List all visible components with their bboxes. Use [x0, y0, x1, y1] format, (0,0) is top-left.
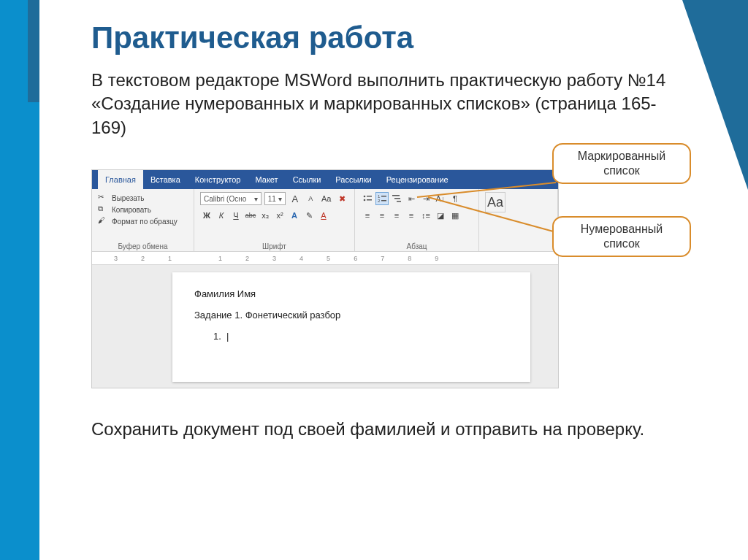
chevron-down-icon: ▾ [254, 195, 258, 203]
callout-bulleted: Маркированный список [552, 143, 691, 184]
format-painter-button[interactable]: 🖌Формат по образцу [98, 216, 188, 226]
align-left-button[interactable]: ≡ [361, 209, 374, 222]
text-effects-button[interactable]: A [288, 209, 301, 222]
doc-line-task: Задание 1. Фонетический разбор [194, 310, 508, 321]
doc-numbered-item: 1. | [213, 331, 508, 342]
group-font: Calibri (Осно▾ 11▾ A A Aa ✖ Ж К Ч abc x₂… [194, 189, 355, 251]
bold-button[interactable]: Ж [200, 209, 213, 222]
copy-icon: ⧉ [98, 204, 108, 215]
multilevel-list-icon [392, 193, 402, 204]
numbering-button[interactable]: 12 [375, 192, 389, 205]
font-name-value: Calibri (Осно [204, 195, 246, 203]
svg-rect-5 [381, 196, 386, 197]
callout-numbered: Нумерованный список [552, 216, 691, 257]
doc-line-name: Фамилия Имя [194, 288, 508, 299]
svg-point-0 [364, 196, 366, 198]
svg-rect-3 [367, 199, 372, 201]
copy-button[interactable]: ⧉Копировать [98, 204, 188, 215]
callout-numbered-text: Нумерованный список [581, 223, 663, 250]
svg-rect-7 [381, 200, 386, 202]
shrink-font-button[interactable]: A [305, 192, 318, 205]
font-size-value: 11 [268, 195, 276, 203]
ruler-tick: 1 [218, 255, 222, 262]
svg-rect-1 [367, 196, 372, 197]
tab-layout[interactable]: Макет [248, 170, 285, 189]
svg-rect-10 [397, 201, 401, 202]
clear-format-button[interactable]: ✖ [336, 192, 349, 205]
copy-label: Копировать [112, 206, 151, 214]
cut-button[interactable]: ✂Вырезать [98, 193, 188, 203]
superscript-button[interactable]: x² [273, 209, 286, 222]
ruler-tick: 2 [245, 255, 249, 262]
svg-rect-8 [392, 195, 400, 196]
svg-rect-9 [394, 198, 400, 199]
svg-text:2: 2 [378, 199, 381, 203]
ruler-tick: 3 [114, 255, 118, 262]
ruler: 3 2 1 1 2 3 4 5 6 7 8 9 [92, 252, 558, 265]
slide-title: Практическая работа [91, 20, 690, 55]
scissors-icon: ✂ [98, 193, 108, 203]
strike-button[interactable]: abc [244, 209, 257, 222]
page-area: Фамилия Имя Задание 1. Фонетический разб… [92, 265, 558, 388]
ruler-tick: 6 [354, 255, 357, 262]
align-right-button[interactable]: ≡ [390, 209, 403, 222]
ruler-tick: 2 [141, 255, 145, 262]
underline-button[interactable]: Ч [229, 209, 243, 222]
tab-home[interactable]: Главная [98, 170, 143, 189]
bullet-list-icon [362, 193, 373, 204]
para-group-label: Абзац [355, 242, 478, 250]
svg-point-2 [364, 199, 366, 202]
ruler-tick: 4 [299, 255, 303, 262]
number-list-icon: 12 [377, 193, 387, 204]
instruction-text: В текстовом редакторе MSWord выполнить п… [91, 69, 690, 139]
bullets-button[interactable] [361, 192, 374, 205]
left-accent-bottom [28, 102, 39, 560]
highlight-button[interactable]: ✎ [302, 209, 316, 222]
brush-icon: 🖌 [98, 216, 108, 226]
content-area: Практическая работа В текстовом редактор… [91, 20, 690, 139]
subscript-button[interactable]: x₂ [259, 209, 272, 222]
footer-text: Сохранить документ под своей фамилией и … [91, 418, 690, 441]
ruler-tick: 9 [435, 255, 438, 262]
font-group-label: Шрифт [194, 242, 354, 250]
ruler-tick: 8 [408, 255, 411, 262]
left-bar [0, 0, 28, 560]
font-size-select[interactable]: 11▾ [264, 192, 286, 205]
corner-wedge [682, 0, 748, 190]
ruler-tick: 3 [272, 255, 276, 262]
tab-design[interactable]: Конструктор [188, 170, 248, 189]
change-case-button[interactable]: Aa [320, 192, 333, 205]
text-cursor-icon: | [226, 331, 229, 342]
font-color-button[interactable]: A [317, 209, 330, 222]
clipboard-label: Буфер обмена [92, 242, 194, 250]
multilevel-button[interactable] [390, 192, 403, 205]
callout-bulleted-text: Маркированный список [578, 150, 665, 177]
ruler-tick: 7 [381, 255, 384, 262]
slide: Практическая работа В текстовом редактор… [0, 0, 748, 560]
group-clipboard: ✂Вырезать ⧉Копировать 🖌Формат по образцу… [92, 189, 194, 251]
paint-label: Формат по образцу [112, 218, 178, 226]
grow-font-button[interactable]: A [289, 192, 302, 205]
ruler-tick: 1 [168, 255, 172, 262]
italic-button[interactable]: К [215, 209, 228, 222]
ruler-tick: 5 [327, 255, 330, 262]
callout-pointer-1 [413, 175, 560, 241]
left-accent-top [28, 0, 39, 102]
font-name-select[interactable]: Calibri (Осно▾ [200, 192, 262, 205]
tab-insert[interactable]: Вставка [143, 170, 188, 189]
tab-references[interactable]: Ссылки [286, 170, 329, 189]
document-page[interactable]: Фамилия Имя Задание 1. Фонетический разб… [172, 272, 530, 382]
chevron-down-icon: ▾ [278, 195, 282, 203]
tab-mailings[interactable]: Рассылки [328, 170, 378, 189]
align-center-button[interactable]: ≡ [375, 209, 389, 222]
list-number: 1. [213, 331, 221, 342]
cut-label: Вырезать [112, 194, 144, 202]
